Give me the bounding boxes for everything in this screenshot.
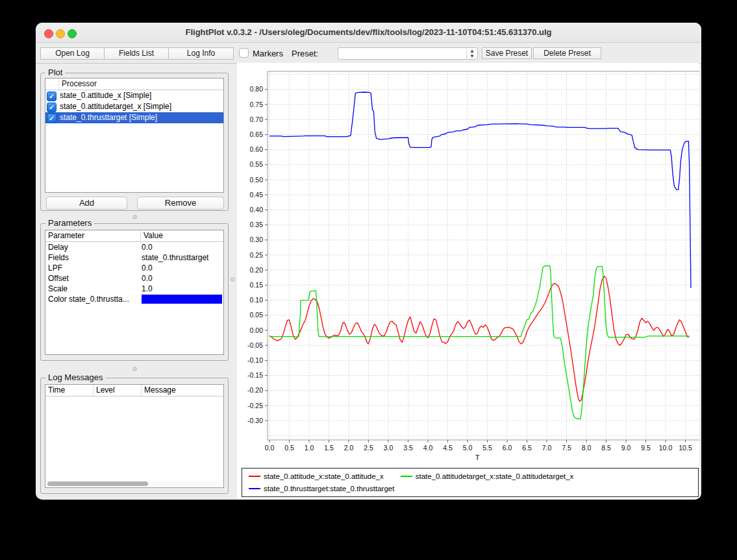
y-axis-tick-label: -0.25 bbox=[247, 402, 263, 409]
series-color-swatch[interactable] bbox=[142, 295, 222, 304]
checked-checkbox[interactable]: ✓ bbox=[47, 114, 56, 123]
y-axis-tick-label: 0.40 bbox=[250, 206, 264, 213]
processor-column-header[interactable]: Processor bbox=[58, 79, 97, 90]
chart-background bbox=[237, 63, 699, 465]
save-preset-button[interactable]: Save Preset bbox=[482, 47, 532, 59]
x-axis-tick-label: 9.0 bbox=[621, 444, 631, 452]
splitter-handle[interactable] bbox=[231, 277, 235, 282]
legend-item: state_0.attitude_x:state_0.attitude_x bbox=[249, 471, 384, 481]
fields-list-button[interactable]: Fields List bbox=[104, 47, 169, 60]
parameter-value: 0.0 bbox=[140, 263, 223, 273]
checked-checkbox[interactable]: ✓ bbox=[47, 103, 56, 112]
plot-list-item[interactable]: ✓state_0.attitudetarget_x [Simple] bbox=[45, 101, 223, 112]
chart-legend: state_0.attitude_x:state_0.attitude_xsta… bbox=[242, 468, 699, 497]
x-axis-tick-label: 4.5 bbox=[443, 444, 453, 452]
x-axis-tick-label: 8.0 bbox=[582, 444, 592, 452]
y-axis-tick-label: 0.20 bbox=[250, 266, 264, 274]
horizontal-scrollbar[interactable] bbox=[46, 481, 223, 487]
y-axis-tick-label: 0.80 bbox=[250, 85, 264, 93]
x-axis-tick-label: 8.5 bbox=[601, 444, 611, 452]
log-column-header[interactable]: Level bbox=[93, 385, 141, 396]
y-axis-tick-label: 0.75 bbox=[250, 101, 264, 108]
legend-item: state_0.thrusttarget:state_0.thrusttarge… bbox=[249, 483, 394, 494]
parameter-name: Color state_0.thrustta... bbox=[45, 294, 140, 304]
parameters-row[interactable]: Delay0.0 bbox=[45, 242, 223, 252]
markers-label: Markers bbox=[253, 49, 283, 58]
processor-list[interactable]: Processor ✓state_0.attitude_x [Simple]✓s… bbox=[45, 78, 224, 193]
combobox-stepper-icon[interactable]: ▲▼ bbox=[466, 48, 477, 59]
y-axis-tick-label: 0.15 bbox=[250, 281, 264, 289]
splitter-handle[interactable] bbox=[132, 215, 137, 219]
plot-list-item[interactable]: ✓state_0.thrusttarget [Simple] bbox=[45, 112, 223, 123]
scrollbar-thumb[interactable] bbox=[47, 481, 148, 486]
x-axis-tick-label: 0.5 bbox=[284, 444, 294, 452]
parameter-name: Delay bbox=[45, 242, 140, 252]
parameter-value: 0.0 bbox=[140, 242, 223, 252]
log-column-header[interactable]: Message bbox=[141, 385, 223, 396]
parameters-row[interactable]: Color state_0.thrustta... bbox=[45, 294, 223, 304]
parameters-row[interactable]: Offset0.0 bbox=[45, 273, 223, 284]
x-axis-tick-label: 7.5 bbox=[562, 444, 571, 452]
checked-checkbox[interactable]: ✓ bbox=[47, 91, 56, 101]
parameters-row[interactable]: Scale1.0 bbox=[45, 284, 223, 294]
plot-group-title: Plot bbox=[45, 67, 65, 77]
legend-line-swatch bbox=[249, 488, 260, 489]
parameters-column-header[interactable]: Parameter bbox=[45, 230, 140, 241]
parameters-column-header[interactable]: Value bbox=[140, 230, 223, 241]
add-button[interactable]: Add bbox=[46, 197, 127, 210]
x-axis-tick-label: 9.5 bbox=[641, 444, 651, 452]
x-axis-tick-label: 10.5 bbox=[679, 444, 692, 452]
y-axis-tick-label: 0.00 bbox=[250, 326, 264, 334]
legend-label: state_0.attitudetarget_x:state_0.attitud… bbox=[416, 472, 574, 480]
log-messages-table[interactable]: TimeLevelMessage bbox=[45, 384, 224, 488]
x-axis-tick-label: 7.0 bbox=[542, 444, 552, 452]
y-axis-tick-label: -0.30 bbox=[247, 417, 263, 424]
parameter-name: Offset bbox=[45, 273, 140, 284]
x-axis-tick-label: 10.0 bbox=[659, 444, 673, 452]
y-axis-tick-label: 0.05 bbox=[250, 311, 264, 319]
parameter-name: LPF bbox=[45, 263, 140, 273]
y-axis-tick-label: 0.45 bbox=[250, 191, 264, 199]
legend-label: state_0.thrusttarget:state_0.thrusttarge… bbox=[264, 485, 394, 493]
parameter-value: 1.0 bbox=[140, 284, 223, 294]
x-axis-tick-label: 1.0 bbox=[305, 444, 314, 452]
x-axis-tick-label: 2.0 bbox=[344, 444, 354, 452]
x-axis-tick-label: 6.0 bbox=[503, 444, 512, 452]
x-axis-tick-label: 0.0 bbox=[265, 444, 275, 452]
log-messages-group: Log Messages TimeLevelMessage bbox=[40, 378, 229, 494]
x-axis-tick-label: 6.5 bbox=[522, 444, 532, 452]
plot-group: Plot Processor ✓state_0.attitude_x [Simp… bbox=[40, 73, 229, 211]
markers-checkbox[interactable] bbox=[239, 48, 249, 58]
y-axis-tick-label: 0.60 bbox=[250, 145, 264, 153]
x-axis-tick-label: 3.0 bbox=[384, 444, 393, 452]
chart-svg[interactable]: -0.30-0.25-0.20-0.15-0.10-0.050.000.050.… bbox=[237, 63, 699, 465]
parameter-value: 0.0 bbox=[140, 273, 223, 284]
splitter-handle[interactable] bbox=[132, 367, 137, 371]
chart-panel: -0.30-0.25-0.20-0.15-0.10-0.050.000.050.… bbox=[237, 63, 699, 498]
parameters-row[interactable]: LPF0.0 bbox=[45, 263, 223, 273]
y-axis-tick-label: 0.30 bbox=[250, 236, 264, 243]
flightplot-window: FlightPlot v.0.3.2 - /Users/oleg/Documen… bbox=[36, 23, 701, 500]
parameters-table[interactable]: ParameterValue Delay0.0Fieldsstate_0.thr… bbox=[45, 230, 224, 355]
legend-line-swatch bbox=[249, 476, 260, 477]
x-axis-tick-label: 3.5 bbox=[403, 444, 413, 452]
y-axis-tick-label: 0.25 bbox=[250, 251, 264, 259]
plot-list-item-label: state_0.attitude_x [Simple] bbox=[60, 90, 151, 101]
y-axis-tick-label: 0.10 bbox=[250, 296, 264, 304]
x-axis-tick-label: 5.0 bbox=[463, 444, 473, 452]
remove-button[interactable]: Remove bbox=[137, 197, 224, 210]
preset-combobox[interactable]: ▲▼ bbox=[338, 47, 478, 60]
preset-label: Preset: bbox=[292, 49, 318, 58]
title-bar: FlightPlot v.0.3.2 - /Users/oleg/Documen… bbox=[36, 23, 701, 43]
log-info-button[interactable]: Log Info bbox=[168, 47, 234, 60]
delete-preset-button[interactable]: Delete Preset bbox=[533, 47, 601, 59]
plot-list-item-label: state_0.attitudetarget_x [Simple] bbox=[60, 101, 171, 112]
parameters-row[interactable]: Fieldsstate_0.thrusttarget bbox=[45, 252, 223, 263]
log-messages-group-title: Log Messages bbox=[45, 372, 106, 382]
log-column-header[interactable]: Time bbox=[45, 385, 93, 396]
y-axis-tick-label: -0.20 bbox=[247, 386, 263, 394]
y-axis-tick-label: -0.05 bbox=[247, 341, 263, 349]
y-axis-tick-label: -0.15 bbox=[247, 371, 263, 379]
open-log-button[interactable]: Open Log bbox=[40, 47, 105, 60]
plot-list-item[interactable]: ✓state_0.attitude_x [Simple] bbox=[45, 90, 223, 101]
